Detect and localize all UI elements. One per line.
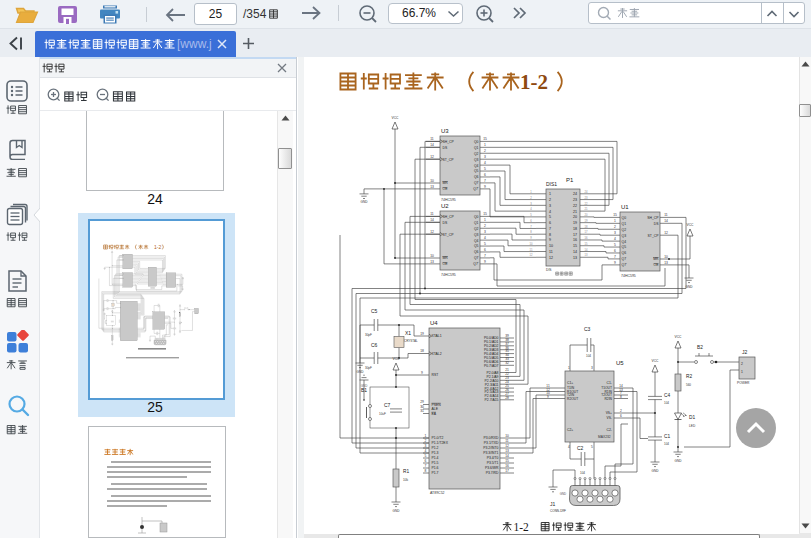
svg-text:U2: U2 (441, 203, 449, 209)
svg-text:P1.0/T2: P1.0/T2 (432, 436, 444, 440)
svg-text:P1.6: P1.6 (432, 466, 439, 470)
svg-text:ST_CP: ST_CP (443, 158, 455, 162)
svg-text:74HC595: 74HC595 (441, 273, 456, 277)
svg-text:16: 16 (573, 238, 577, 242)
svg-text:104: 104 (580, 471, 585, 475)
svg-text:104: 104 (664, 442, 669, 446)
svg-text:MAX232: MAX232 (598, 435, 611, 439)
svg-text:11: 11 (430, 137, 434, 141)
svg-text:5: 5 (530, 213, 532, 217)
svg-text:19: 19 (573, 221, 577, 225)
svg-text:U1: U1 (621, 204, 629, 210)
svg-text:6: 6 (530, 219, 532, 223)
svg-text:9: 9 (549, 238, 551, 242)
svg-text:P0.7/AD7: P0.7/AD7 (484, 364, 499, 368)
svg-text:104: 104 (664, 401, 669, 405)
svg-text:9: 9 (530, 236, 532, 240)
svg-text:7: 7 (530, 225, 532, 229)
svg-text:16: 16 (585, 236, 588, 240)
svg-text:J1: J1 (550, 501, 556, 507)
svg-text:5: 5 (549, 215, 551, 219)
svg-text:AT89C52: AT89C52 (430, 491, 445, 495)
svg-text:5: 5 (484, 167, 486, 171)
svg-text:15: 15 (505, 459, 509, 463)
svg-text:4: 4 (484, 161, 486, 165)
svg-text:29: 29 (420, 400, 424, 404)
svg-text:GND: GND (361, 200, 369, 204)
svg-text:18: 18 (585, 225, 588, 229)
svg-text:Q7': Q7' (473, 262, 479, 266)
svg-text:10uF: 10uF (379, 412, 386, 416)
svg-text:P2.7/A15: P2.7/A15 (485, 398, 499, 402)
svg-text:24: 24 (585, 190, 588, 194)
svg-text:C5: C5 (371, 308, 378, 314)
svg-text:P1.3: P1.3 (432, 451, 439, 455)
svg-text:2: 2 (484, 149, 486, 153)
svg-text:VS-: VS- (607, 416, 613, 420)
svg-text:4: 4 (530, 207, 532, 211)
svg-text:14: 14 (505, 454, 509, 458)
svg-text:10k: 10k (403, 478, 409, 482)
svg-text:4: 4 (568, 445, 570, 449)
svg-text:12: 12 (430, 230, 434, 234)
svg-text:DIS1: DIS1 (546, 181, 557, 187)
svg-text:CONN-D9F: CONN-D9F (550, 509, 566, 513)
svg-text:30pF: 30pF (365, 366, 372, 370)
svg-text:6: 6 (425, 459, 427, 463)
svg-text:2: 2 (741, 362, 743, 366)
svg-text:31: 31 (420, 409, 424, 413)
svg-text:4: 4 (614, 237, 616, 241)
svg-text:7: 7 (425, 464, 427, 468)
svg-text:SH_CP: SH_CP (443, 215, 455, 219)
svg-text:B2: B2 (697, 345, 703, 350)
svg-text:10: 10 (505, 434, 509, 438)
svg-text:MR: MR (443, 256, 449, 260)
svg-text:OE: OE (654, 263, 660, 267)
svg-text:U4: U4 (430, 320, 438, 326)
svg-text:24: 24 (573, 192, 577, 196)
svg-text:6: 6 (620, 414, 622, 418)
svg-text:10: 10 (664, 255, 668, 259)
svg-text:104: 104 (586, 354, 591, 358)
svg-text:PSEN: PSEN (432, 403, 442, 407)
svg-text:ALE: ALE (432, 407, 439, 411)
svg-text:C2-: C2- (607, 428, 612, 432)
svg-text:28: 28 (505, 396, 509, 400)
svg-text:VCC: VCC (393, 357, 401, 361)
svg-text:LED: LED (689, 424, 696, 428)
svg-text:14: 14 (430, 143, 434, 147)
svg-text:7: 7 (614, 255, 616, 259)
svg-text:Q6: Q6 (474, 250, 479, 254)
svg-text:3: 3 (530, 202, 532, 206)
svg-text:VCC: VCC (675, 335, 683, 339)
svg-text:Q4: Q4 (622, 240, 627, 244)
svg-text:XTAL2: XTAL2 (432, 352, 442, 356)
svg-text:VCC: VCC (392, 116, 400, 120)
svg-text:1: 1 (484, 143, 486, 147)
svg-text:Q7: Q7 (474, 181, 479, 185)
svg-text:Q1: Q1 (474, 221, 479, 225)
svg-text:GND: GND (361, 384, 369, 388)
svg-text:GND: GND (560, 492, 566, 496)
svg-text:5: 5 (425, 454, 427, 458)
svg-text:C1: C1 (664, 434, 670, 439)
svg-text:11: 11 (505, 439, 509, 443)
svg-text:5: 5 (614, 243, 616, 247)
svg-text:11: 11 (664, 213, 668, 217)
svg-text:DIS: DIS (546, 268, 552, 272)
svg-text:GND: GND (357, 370, 365, 374)
svg-text:2: 2 (620, 409, 622, 413)
svg-text:GND: GND (652, 469, 660, 473)
svg-text:9: 9 (421, 371, 423, 375)
svg-text:ST_CP: ST_CP (648, 234, 660, 238)
svg-text:15: 15 (573, 244, 577, 248)
svg-text:C7: C7 (384, 402, 391, 408)
svg-text:R2: R2 (686, 374, 692, 379)
svg-text:C1+: C1+ (567, 381, 573, 385)
svg-text:2: 2 (614, 225, 616, 229)
svg-text:Q5: Q5 (622, 245, 627, 249)
svg-text:CRYSTAL: CRYSTAL (404, 339, 418, 343)
svg-text:3: 3 (549, 204, 551, 208)
svg-text:1: 1 (484, 218, 486, 222)
svg-text:12: 12 (664, 231, 668, 235)
